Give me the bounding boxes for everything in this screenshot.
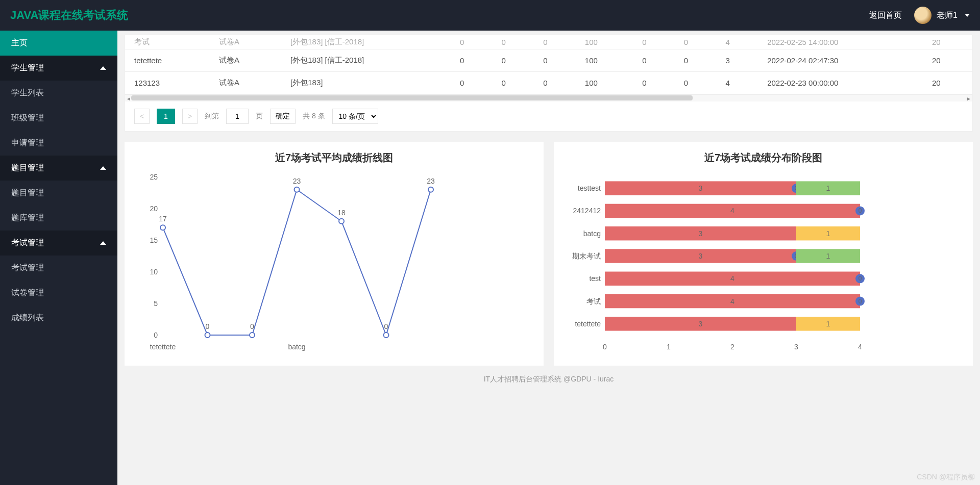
- svg-text:2: 2: [730, 343, 734, 351]
- line-chart-title: 近7场考试平均成绩折线图: [135, 151, 533, 165]
- goto-label-suffix: 页: [256, 112, 263, 121]
- svg-text:18: 18: [337, 209, 346, 217]
- caret-down-icon: [965, 14, 970, 17]
- sidebar-item-10[interactable]: 试卷管理: [0, 280, 117, 305]
- svg-text:1: 1: [667, 343, 671, 351]
- svg-text:3: 3: [699, 184, 703, 192]
- main-content: 考试试卷A[外包183] [信工-2018]0001000042022-02-2…: [117, 31, 980, 485]
- svg-text:3: 3: [699, 320, 703, 328]
- svg-text:0: 0: [859, 298, 862, 305]
- svg-text:0: 0: [154, 331, 158, 339]
- svg-text:23: 23: [293, 177, 301, 185]
- table-row[interactable]: tetettete试卷A[外包183] [信工-2018]00010000320…: [125, 49, 972, 72]
- page-input[interactable]: [226, 109, 249, 124]
- sidebar-item-4[interactable]: 申请管理: [0, 131, 117, 156]
- page-number-current[interactable]: 1: [157, 109, 175, 124]
- user-area: 返回首页 老师1: [869, 7, 970, 24]
- sidebar-item-8[interactable]: 考试管理: [0, 231, 117, 256]
- svg-text:20: 20: [150, 205, 158, 213]
- back-home-link[interactable]: 返回首页: [869, 10, 902, 21]
- total-count-text: 共 8 条: [303, 112, 325, 121]
- brand-title: JAVA课程在线考试系统: [10, 8, 128, 23]
- svg-text:考试: 考试: [586, 297, 601, 305]
- svg-point-8: [160, 225, 165, 230]
- topbar: JAVA课程在线考试系统 返回首页 老师1: [0, 0, 980, 31]
- bar-chart-title: 近7场考试成绩分布阶段图: [564, 151, 963, 165]
- table-row[interactable]: 考试试卷A[外包183] [信工-2018]0001000042022-02-2…: [125, 35, 972, 49]
- arrow-up-icon: [100, 241, 106, 245]
- footer-text: IT人才招聘后台管理系统 @GDPU - Iurac: [117, 366, 980, 393]
- watermark: CSDN @程序员柳: [917, 473, 975, 482]
- scroll-thumb[interactable]: [131, 95, 693, 100]
- svg-text:1: 1: [826, 320, 830, 328]
- svg-text:0: 0: [859, 207, 862, 214]
- svg-text:1: 1: [826, 229, 830, 238]
- sidebar: 主页学生管理学生列表班级管理申请管理题目管理题目管理题库管理考试管理考试管理试卷…: [0, 31, 117, 485]
- svg-text:25: 25: [150, 173, 158, 181]
- exam-table-container: 考试试卷A[外包183] [信工-2018]0001000042022-02-2…: [125, 35, 973, 132]
- svg-text:15: 15: [150, 236, 158, 244]
- sidebar-item-1[interactable]: 学生管理: [0, 56, 117, 81]
- next-page-button[interactable]: >: [182, 109, 198, 124]
- svg-text:1: 1: [826, 184, 830, 192]
- avatar-icon: [914, 7, 932, 24]
- svg-text:0: 0: [859, 275, 862, 282]
- svg-text:test: test: [589, 274, 601, 283]
- sidebar-item-6[interactable]: 题目管理: [0, 181, 117, 206]
- svg-text:0: 0: [603, 343, 607, 351]
- page-size-select[interactable]: 10 条/页: [332, 109, 378, 124]
- pagination: < 1 > 到第 页 确定 共 8 条 10 条/页: [125, 101, 972, 131]
- sidebar-item-3[interactable]: 班级管理: [0, 106, 117, 131]
- svg-text:4: 4: [858, 343, 862, 351]
- exam-table: 考试试卷A[外包183] [信工-2018]0001000042022-02-2…: [125, 35, 972, 94]
- svg-text:tetettete: tetettete: [150, 343, 176, 351]
- line-chart-card: 近7场考试平均成绩折线图 0510152025tetettetebatcg170…: [125, 142, 544, 366]
- svg-point-12: [250, 333, 255, 338]
- username: 老师1: [937, 10, 958, 21]
- svg-text:batcg: batcg: [583, 229, 601, 238]
- svg-point-10: [205, 333, 210, 338]
- svg-text:23: 23: [427, 177, 435, 185]
- line-chart: 0510152025tetettetebatcg17002318023: [135, 167, 441, 355]
- svg-text:4: 4: [730, 207, 734, 215]
- svg-point-18: [384, 333, 389, 338]
- svg-text:17: 17: [159, 215, 167, 223]
- goto-label-prefix: 到第: [205, 112, 219, 121]
- svg-text:3: 3: [699, 252, 703, 260]
- goto-confirm-button[interactable]: 确定: [270, 109, 296, 124]
- svg-text:2412412: 2412412: [573, 207, 601, 215]
- svg-text:4: 4: [730, 297, 734, 305]
- user-dropdown[interactable]: 老师1: [914, 7, 970, 24]
- bar-chart-card: 近7场考试成绩分布阶段图 testtest2412412batcg期末考试tes…: [554, 142, 973, 366]
- svg-text:tetettete: tetettete: [575, 320, 601, 328]
- arrow-up-icon: [100, 66, 106, 70]
- svg-text:0: 0: [250, 322, 254, 330]
- svg-text:3: 3: [699, 229, 703, 238]
- prev-page-button[interactable]: <: [134, 109, 150, 124]
- svg-text:testtest: testtest: [578, 184, 601, 192]
- svg-point-16: [339, 219, 344, 224]
- svg-text:batcg: batcg: [288, 343, 305, 351]
- sidebar-item-2[interactable]: 学生列表: [0, 81, 117, 106]
- table-row[interactable]: 123123试卷A[外包183]0001000042022-02-23 00:0…: [125, 72, 972, 94]
- sidebar-item-11[interactable]: 成绩列表: [0, 305, 117, 330]
- svg-text:10: 10: [150, 268, 158, 276]
- svg-text:0: 0: [206, 322, 210, 330]
- arrow-up-icon: [100, 166, 106, 170]
- svg-text:0: 0: [384, 322, 388, 330]
- sidebar-item-5[interactable]: 题目管理: [0, 156, 117, 181]
- sidebar-item-9[interactable]: 考试管理: [0, 256, 117, 280]
- svg-text:1: 1: [826, 252, 830, 260]
- svg-text:3: 3: [794, 343, 798, 351]
- svg-text:期末考试: 期末考试: [572, 252, 601, 260]
- horizontal-scrollbar[interactable]: ◄ ►: [125, 94, 972, 101]
- charts-row: 近7场考试平均成绩折线图 0510152025tetettetebatcg170…: [125, 142, 973, 366]
- sidebar-item-0[interactable]: 主页: [0, 31, 117, 56]
- scroll-right-icon[interactable]: ►: [965, 95, 972, 102]
- svg-text:5: 5: [154, 299, 158, 308]
- sidebar-item-7[interactable]: 题库管理: [0, 206, 117, 231]
- svg-text:4: 4: [730, 274, 734, 283]
- svg-point-20: [428, 187, 433, 192]
- bar-chart: testtest2412412batcg期末考试test考试tetettete3…: [564, 167, 870, 355]
- svg-point-14: [295, 187, 300, 192]
